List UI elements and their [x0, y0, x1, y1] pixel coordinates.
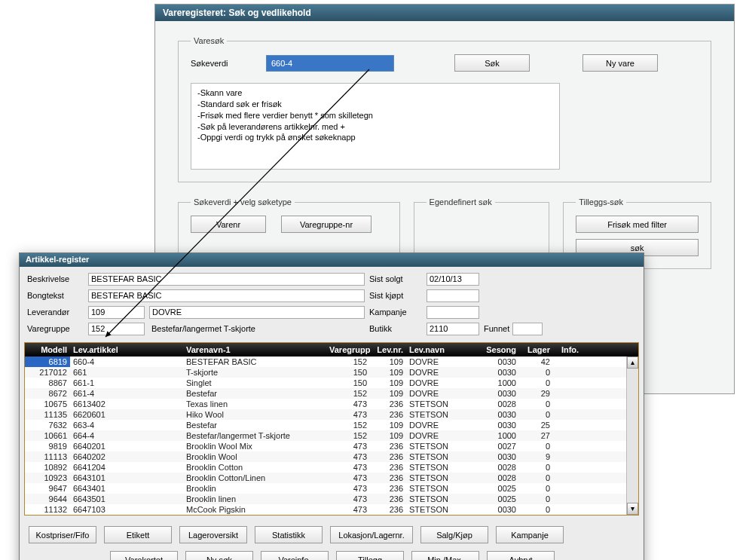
vgnr-input[interactable]	[88, 323, 145, 335]
col-sesong[interactable]: Sesong	[482, 344, 519, 355]
sistkjopt-label: Sist kjøpt	[369, 291, 422, 300]
beskrivelse-label: Beskrivelse	[27, 274, 84, 283]
nysok-button[interactable]: Ny søk	[185, 551, 253, 560]
button-row-2: Varekortet Ny søk Vareinfo. Tillegg Min.…	[20, 549, 644, 560]
article-register-window: Artikkel-register Beskrivelse Sist solgt…	[19, 252, 644, 560]
sistsolgt-input[interactable]	[427, 273, 479, 286]
soketype-legend: Søkeverdi + velg søketype	[191, 197, 295, 207]
bongtekst-input[interactable]	[88, 289, 365, 302]
table-row[interactable]: 111326647103McCook Pigskin473236STETSON0…	[25, 504, 638, 515]
kampanje-button[interactable]: Kampanje	[496, 526, 564, 543]
vareinfo-button[interactable]: Vareinfo.	[261, 551, 329, 560]
article-register-title: Artikkel-register	[20, 253, 644, 267]
table-row[interactable]: 106756613402Texas linen473236STETSON0028…	[25, 399, 638, 409]
leverandor-label: Leverandør	[27, 308, 84, 317]
beskrivelse-input[interactable]	[88, 273, 365, 286]
table-row[interactable]: 108926641204Brooklin Cotton473236STETSON…	[25, 462, 638, 473]
table-row[interactable]: 98196640201Brooklin Wool Mix473236STETSO…	[25, 441, 638, 451]
col-lager[interactable]: Lager	[519, 344, 553, 355]
salgkjop-button[interactable]: Salg/Kjøp	[420, 526, 488, 543]
help-text-box: -Skann vare -Standard søk er frisøk -Fri…	[191, 83, 560, 170]
table-row[interactable]: 111136640202Brooklin Wool473236STETSON00…	[25, 451, 638, 462]
table-row[interactable]: 96476643401Brooklin473236STETSON00250	[25, 483, 638, 494]
table-row[interactable]: 109236643101Brooklin Cotton/Linen473236S…	[25, 473, 638, 483]
butikk-input[interactable]	[427, 323, 479, 335]
table-row[interactable]: 96446643501Brooklin linen473236STETSON00…	[25, 494, 638, 504]
levnavn-input[interactable]	[149, 306, 365, 319]
nyvare-button[interactable]: Ny vare	[582, 54, 658, 72]
varesok-fieldset: Varesøk Søkeverdi Søk Ny vare -Skann var…	[178, 36, 711, 182]
lageroversikt-button[interactable]: Lageroversikt	[179, 526, 247, 543]
col-levnr[interactable]: Lev.nr.	[370, 344, 406, 355]
table-row[interactable]: 8672661-4Bestefar152109DOVRE003029	[25, 388, 638, 399]
table-row[interactable]: 111356620601Hiko Wool473236STETSON00300	[25, 409, 638, 420]
tillegg-button[interactable]: Tillegg	[336, 551, 404, 560]
statistikk-button[interactable]: Statistikk	[255, 526, 323, 543]
vgnavn-text	[149, 323, 365, 335]
col-levartikkel[interactable]: Lev.artikkel	[70, 344, 183, 355]
col-modell[interactable]: Modell	[25, 344, 70, 355]
sokeverdi-label: Søkeverdi	[191, 59, 251, 68]
table-row[interactable]: 6819660-4BESTEFAR BASIC152109DOVRE003042	[25, 357, 638, 367]
results-grid[interactable]: Modell Lev.artikkel Varenavn-1 Varegrupp…	[24, 342, 639, 516]
avbryt-button[interactable]: Avbryt	[487, 551, 555, 560]
butikk-label: Butikk	[369, 324, 422, 333]
sok-button[interactable]: Søk	[454, 54, 530, 72]
varegruppe-label: Varegruppe	[27, 324, 84, 333]
scroll-up-icon[interactable]: ▴	[627, 357, 638, 369]
grid-scrollbar[interactable]: ▴ ▾	[626, 357, 638, 515]
varegruppenr-button[interactable]: Varegruppe-nr	[281, 216, 372, 233]
table-row[interactable]: 7632663-4Bestefar152109DOVRE003025	[25, 420, 638, 430]
frisok-filter-button[interactable]: Frisøk med filter	[576, 216, 699, 233]
search-window-title: Vareregisteret: Søk og vedlikehold	[155, 5, 734, 21]
scroll-down-icon[interactable]: ▾	[627, 503, 638, 515]
sistkjopt-input[interactable]	[427, 289, 479, 302]
kampanje-label: Kampanje	[369, 308, 422, 317]
funnet-input[interactable]	[512, 323, 543, 335]
egendef-legend: Egendefinert søk	[427, 197, 495, 207]
col-varenavn[interactable]: Varenavn-1	[183, 344, 326, 355]
etikett-button[interactable]: Etikett	[104, 526, 172, 543]
bongtekst-label: Bongtekst	[27, 291, 84, 300]
varenr-button[interactable]: Varenr	[191, 216, 266, 233]
grid-header: Modell Lev.artikkel Varenavn-1 Varegrupp…	[25, 343, 638, 357]
minmax-button[interactable]: Min./Max.	[411, 551, 479, 560]
col-levnavn[interactable]: Lev.navn	[406, 344, 482, 355]
sokeverdi-input[interactable]	[266, 55, 394, 72]
col-info[interactable]: Info.	[553, 344, 587, 355]
table-row[interactable]: 217012661T-skjorte150109DOVRE00300	[25, 367, 638, 378]
table-row[interactable]: 8867661-1Singlet150109DOVRE10000	[25, 378, 638, 388]
levnr-input[interactable]	[88, 306, 145, 319]
button-row-1: Kostpriser/Fifo Etikett Lageroversikt St…	[20, 520, 644, 549]
tillegg-legend: Tilleggs-søk	[576, 197, 626, 207]
kostpriser-button[interactable]: Kostpriser/Fifo	[29, 526, 96, 543]
funnet-label: Funnet	[484, 324, 509, 333]
lokasjon-button[interactable]: Lokasjon/Lagernr.	[330, 526, 413, 543]
sistsolgt-label: Sist solgt	[369, 274, 422, 283]
varesok-legend: Varesøk	[191, 36, 227, 45]
col-varegruppe[interactable]: Varegruppe	[326, 344, 370, 355]
kampanje-input[interactable]	[427, 306, 479, 319]
varekortet-button[interactable]: Varekortet	[110, 551, 178, 560]
table-row[interactable]: 10661664-4Bestefar/langermet T-skjorte15…	[25, 430, 638, 441]
